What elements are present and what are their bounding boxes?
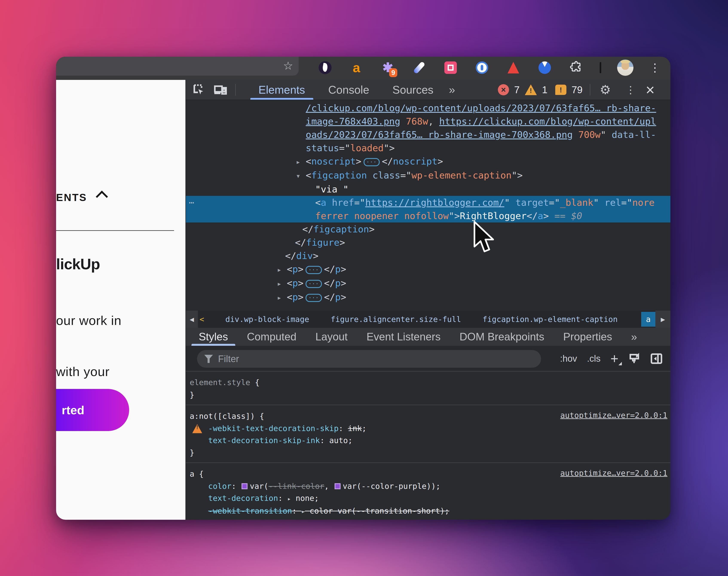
dom-tree-row[interactable]: image-768x403.png 768w, https://clickup.… — [186, 115, 670, 128]
collapsed-content-icon[interactable]: ··· — [364, 158, 380, 166]
address-bar[interactable]: ☆ — [56, 57, 299, 76]
stylesheet-link[interactable]: autoptimize…ver=2.0.0:1 — [560, 469, 668, 478]
sidebar-tab-event-listeners[interactable]: Event Listeners — [357, 328, 450, 346]
dom-tree-row[interactable]: oads/2023/07/63faf65… rb-share-image-700… — [186, 128, 670, 141]
filter-input[interactable] — [218, 353, 476, 364]
devtools-menu-icon[interactable]: ⋮ — [625, 84, 636, 96]
close-devtools-icon[interactable]: × — [646, 83, 655, 96]
dom-tree-row[interactable]: ▸<noscript>···</noscript> — [186, 155, 670, 169]
code-segment: https://clickup.com/blog/wp-content/upl — [439, 116, 656, 127]
settings-gear-icon[interactable]: ⚙ — [600, 83, 611, 97]
dom-tree-row[interactable]: "via " — [186, 182, 670, 196]
rendering-brush-icon[interactable] — [628, 353, 640, 365]
css-property[interactable]: text-decoration: ▸ none; — [186, 492, 670, 505]
page-text-line: with your — [56, 364, 110, 379]
sidebar-tab-layout[interactable]: Layout — [306, 328, 357, 346]
sidebar-tab-computed[interactable]: Computed — [237, 328, 306, 346]
code-segment: text-decoration-skip-ink — [208, 436, 320, 445]
device-toolbar-icon[interactable] — [214, 84, 227, 96]
issues-icon[interactable]: ! — [555, 85, 566, 95]
sidebar-more-tabs-icon[interactable]: » — [622, 328, 647, 346]
tab-sources[interactable]: Sources — [381, 80, 445, 99]
filter-field[interactable] — [197, 350, 541, 368]
code-segment: =" — [400, 170, 412, 181]
collapsed-content-icon[interactable]: ··· — [306, 280, 322, 288]
get-started-button[interactable]: rted — [56, 389, 129, 431]
extensions-menu-icon[interactable] — [568, 60, 584, 76]
extension-badge: 9 — [389, 68, 397, 77]
browser-menu-icon[interactable]: ⋮ — [649, 62, 661, 73]
dom-tree-row[interactable]: ▸<p>···</p> — [186, 290, 670, 304]
ahrefs-extension-icon[interactable]: a — [349, 60, 364, 76]
code-segment: : — [231, 482, 241, 491]
sidebar-tab-dom-breakpoints[interactable]: DOM Breakpoints — [450, 328, 554, 346]
chevron-up-icon[interactable] — [96, 191, 108, 203]
starburst-extension-icon[interactable]: ✱9 — [380, 60, 396, 76]
clipboard-extension-icon[interactable] — [443, 60, 458, 76]
table-of-contents-header[interactable]: ENTS — [56, 192, 105, 203]
triangle-extension-icon[interactable] — [506, 60, 521, 76]
breadcrumb-item[interactable]: a — [641, 312, 655, 327]
collapsed-content-icon[interactable]: ··· — [306, 294, 322, 302]
password-extension-icon[interactable] — [474, 60, 490, 76]
breadcrumb-item[interactable]: figcaption.wp-element-caption — [483, 315, 618, 324]
collapsed-arrow-icon[interactable]: ▸ — [277, 291, 287, 304]
code-segment: " — [593, 197, 605, 208]
color-swatch-icon[interactable] — [242, 483, 248, 489]
bookmark-star-icon[interactable]: ☆ — [283, 59, 293, 72]
dom-tree-row[interactable]: /clickup.com/blog/wp-content/uploads/202… — [186, 102, 670, 115]
more-tabs-icon[interactable]: » — [445, 83, 459, 96]
css-property[interactable]: color: var(--link-color, var(--color-pur… — [186, 480, 670, 492]
css-property[interactable]: -webkit-transition: ▸ color var(--transi… — [186, 505, 670, 518]
css-property[interactable]: -o-transition: color var(--transition-sh… — [186, 518, 670, 520]
code-segment: oads/2023/07/63faf65… rb-share-image-700… — [306, 129, 573, 140]
code-segment: noscript — [311, 156, 356, 167]
quill-extension-icon[interactable] — [317, 60, 333, 76]
new-style-rule-icon[interactable]: + — [611, 353, 618, 364]
code-segment: : — [269, 519, 278, 520]
stylesheet-link[interactable]: autoptimize…ver=2.0.0:1 — [560, 411, 668, 420]
sidebar-tab-styles[interactable]: Styles — [189, 328, 237, 346]
warning-icon[interactable]: ! — [525, 84, 537, 95]
inspect-element-icon[interactable] — [193, 84, 205, 96]
dom-tree-row[interactable]: ferrer noopener nofollow">RightBlogger</… — [186, 209, 670, 223]
code-segment: </ — [527, 210, 538, 221]
breadcrumb-scroll-left-icon[interactable]: ◂ — [186, 311, 198, 328]
breadcrumb-item[interactable]: div.wp-block-image — [225, 315, 309, 324]
card-glyph — [444, 61, 457, 74]
collapsed-arrow-icon[interactable]: ▸ — [277, 263, 287, 277]
row-hover-dots-icon[interactable]: ⋯ — [189, 196, 194, 209]
toggle-hover-state[interactable]: :hov — [560, 353, 577, 364]
color-swatch-icon[interactable] — [335, 483, 341, 489]
tab-elements[interactable]: Elements — [247, 80, 317, 99]
code-segment: < — [287, 264, 292, 275]
css-property[interactable]: !-webkit-text-decoration-skip: ink; — [186, 423, 670, 434]
breadcrumb-item[interactable]: figure.aligncenter.size-full — [331, 315, 461, 324]
expanded-arrow-icon[interactable]: ▾ — [296, 169, 306, 182]
shield-extension-icon[interactable] — [537, 60, 553, 76]
dom-tree-row[interactable]: ⋯<a href="https://rightblogger.com/" tar… — [186, 196, 670, 209]
code-segment: } — [190, 391, 194, 399]
profile-avatar[interactable] — [617, 59, 634, 76]
dom-tree-row[interactable]: ▸<p>···</p> — [186, 277, 670, 290]
collapsed-arrow-icon[interactable]: ▸ — [296, 155, 306, 169]
toggle-class-state[interactable]: .cls — [587, 353, 600, 364]
dom-tree-row[interactable]: ▸<p>···</p> — [186, 262, 670, 277]
pen-extension-icon[interactable] — [412, 60, 427, 76]
breadcrumb-scroll-right-icon[interactable]: ▸ — [655, 311, 670, 328]
css-selector[interactable]: element.style { — [186, 376, 670, 389]
dom-tree-row[interactable]: </figure> — [186, 236, 670, 249]
sidebar-tab-properties[interactable]: Properties — [554, 328, 622, 346]
dom-tree-row[interactable]: ▾<figcaption class="wp-element-caption"> — [186, 169, 670, 182]
tab-console[interactable]: Console — [317, 80, 381, 99]
collapsed-arrow-icon[interactable]: ▸ — [277, 277, 287, 290]
dom-tree-row[interactable]: </div> — [186, 249, 670, 262]
dom-tree-row[interactable]: </figcaption> — [186, 223, 670, 236]
code-segment: "via " — [315, 184, 348, 195]
css-property[interactable]: text-decoration-skip-ink: auto; — [186, 434, 670, 447]
error-icon[interactable]: × — [498, 84, 509, 95]
dom-tree-row[interactable]: status="loaded"> — [186, 141, 670, 155]
collapsed-content-icon[interactable]: ··· — [306, 266, 322, 274]
code-segment: 768w — [406, 116, 428, 127]
toggle-sidebar-panel-icon[interactable] — [650, 353, 663, 365]
